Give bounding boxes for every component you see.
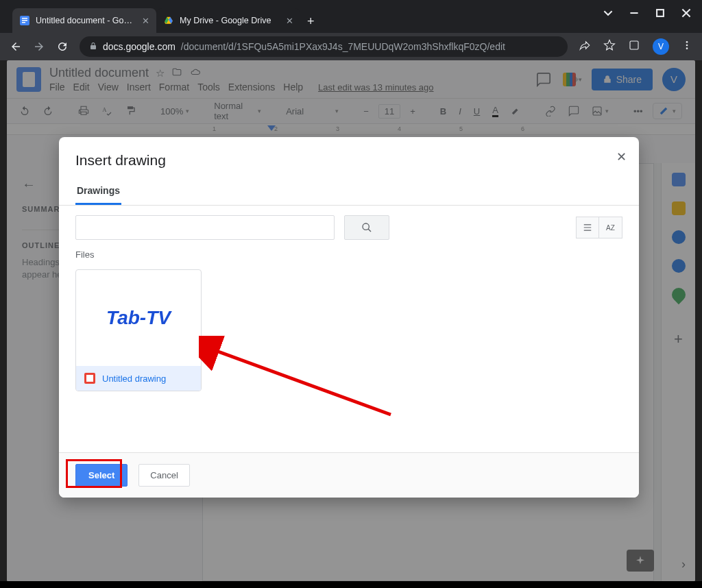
svg-point-9 — [686, 47, 688, 49]
tab-label: My Drive - Google Drive — [180, 16, 280, 25]
svg-rect-1 — [657, 10, 664, 16]
new-tab-button[interactable]: + — [300, 10, 322, 33]
share-page-icon[interactable] — [579, 39, 591, 54]
url-input[interactable]: docs.google.com/document/d/1SFQu5A5mi1PX… — [80, 36, 568, 57]
extensions-icon[interactable] — [628, 39, 640, 54]
modal-close-button[interactable]: ✕ — [616, 149, 627, 164]
browser-tab-inactive[interactable]: My Drive - Google Drive ✕ — [156, 8, 300, 33]
drawing-file-name: Untitled drawing — [102, 373, 166, 384]
browser-tab-strip: Untitled document - Google Docs ✕ My Dri… — [0, 0, 702, 33]
svg-line-13 — [368, 229, 371, 232]
svg-rect-4 — [22, 20, 27, 21]
browser-tab-active[interactable]: Untitled document - Google Docs ✕ — [12, 8, 156, 33]
back-button[interactable] — [10, 40, 22, 53]
drawing-preview: Tab-TV — [76, 270, 201, 366]
select-button[interactable]: Select — [75, 464, 128, 487]
url-domain: docs.google.com — [103, 41, 176, 52]
reload-button[interactable] — [56, 40, 69, 53]
modal-title: Insert drawing — [59, 137, 639, 178]
tab-close-icon[interactable]: ✕ — [142, 16, 149, 26]
lock-icon — [89, 42, 97, 52]
drawing-file-card[interactable]: Tab-TV Untitled drawing — [75, 269, 202, 391]
search-input[interactable] — [75, 215, 335, 240]
insert-drawing-modal: Insert drawing ✕ Drawings AZ Files Tab-T… — [59, 137, 639, 498]
svg-point-12 — [363, 223, 369, 230]
window-controls — [603, 8, 691, 18]
svg-rect-3 — [22, 18, 27, 19]
tab-label: Untitled document - Google Docs — [36, 16, 136, 25]
drive-favicon-icon — [163, 15, 174, 26]
forward-button[interactable] — [33, 40, 45, 53]
svg-rect-6 — [630, 41, 638, 49]
chevron-down-icon[interactable] — [603, 8, 613, 18]
svg-point-8 — [686, 45, 688, 47]
bookmark-star-icon[interactable] — [603, 39, 616, 54]
search-button[interactable] — [344, 215, 389, 240]
drawing-file-icon — [84, 373, 95, 384]
svg-rect-5 — [22, 22, 25, 23]
tab-close-icon[interactable]: ✕ — [286, 16, 293, 26]
browser-menu-icon[interactable] — [681, 40, 692, 53]
browser-address-bar: docs.google.com/document/d/1SFQu5A5mi1PX… — [0, 33, 702, 60]
list-view-button[interactable] — [576, 217, 599, 238]
close-icon[interactable] — [681, 8, 691, 18]
svg-point-7 — [686, 41, 688, 43]
profile-avatar[interactable]: V — [653, 38, 669, 55]
sort-button[interactable]: AZ — [599, 217, 622, 238]
docs-favicon-icon — [19, 15, 30, 26]
url-path: /document/d/1SFQu5A5mi1PXax9J4s_7MEUUDqW… — [181, 41, 505, 52]
maximize-icon[interactable] — [655, 8, 665, 18]
minimize-icon[interactable] — [629, 8, 639, 18]
files-heading: Files — [75, 249, 622, 260]
cancel-button[interactable]: Cancel — [138, 464, 189, 487]
tab-drawings[interactable]: Drawings — [75, 178, 121, 205]
